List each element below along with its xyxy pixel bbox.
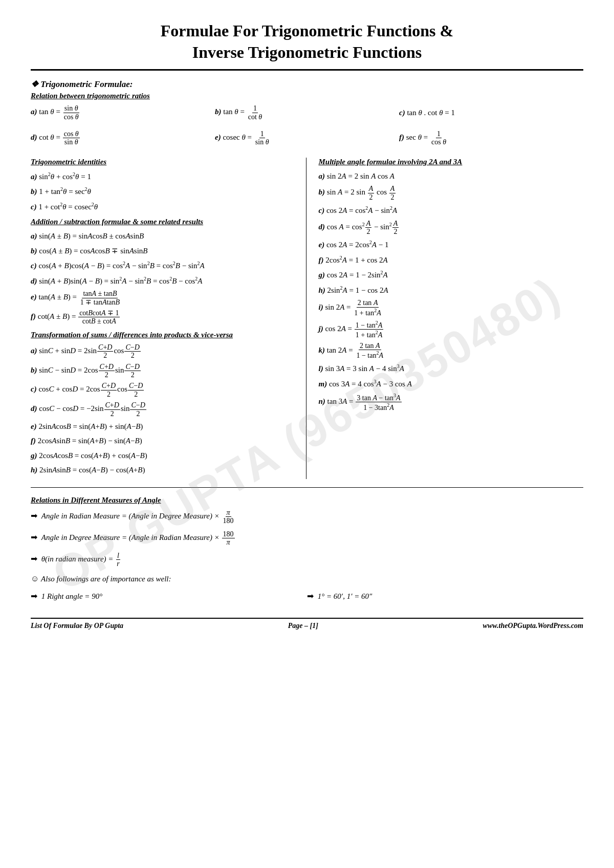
trans-e: e) 2sinAcosB = sin(A+B) + sin(A−B) <box>31 421 296 432</box>
rel-right-angle: ➡ 1 Right angle = 90° <box>31 590 307 602</box>
add-a: a) sin(A ± B) = sinAcosB ± cosAsinB <box>31 230 296 242</box>
right-column: Multiple angle formulae involving 2A and… <box>306 158 584 479</box>
addition-sub: Addition / subtraction formulae & some r… <box>31 218 296 226</box>
formula-d-cot: d) cot θ = cos θsin θ <box>31 130 215 146</box>
page-title: Formulae For Trigonometric Functions & I… <box>31 20 583 63</box>
multi-n: n) tan 3A = 3 tan A − tan3A1 − 3tan2A <box>319 393 584 411</box>
identity-b: b) 1 + tan2θ = sec2θ <box>31 185 296 198</box>
add-c: c) cos(A + B)cos(A − B) = cos2A − sin2B … <box>31 259 296 272</box>
formula-c-tan: c) tan θ . cot θ = 1 <box>399 107 583 119</box>
trig-formulae-header: ❖ Trigonometric Formulae: <box>31 79 583 90</box>
relations-section: Relations in Different Measures of Angle… <box>31 496 583 605</box>
trans-d: d) cosC − cosD = −2sinC+D2sinC−D2 <box>31 401 296 418</box>
page-footer: List Of Formulae By OP Gupta Page – [1] … <box>31 618 583 630</box>
transform-sub: Transformation of sums / differences int… <box>31 331 296 339</box>
multi-k: k) tan 2A = 2 tan A1 − tan2A <box>319 342 584 359</box>
footer-center: Page – [1] <box>288 622 318 630</box>
add-d: d) sin(A + B)sin(A − B) = sin2A − sin2B … <box>31 275 296 287</box>
title-divider <box>31 69 583 71</box>
multi-b: b) sin A = 2 sin A2 cos A2 <box>319 185 584 201</box>
rel-c: ➡ θ(in radian measure) = lr <box>31 552 583 568</box>
formula-b-tan: b) tan θ = 1cot θ <box>215 104 399 121</box>
rel-bottom-row: ➡ 1 Right angle = 90° ➡ 1° = 60′, 1′ = 6… <box>31 590 583 605</box>
trig-identities-header: Trigonometric identities <box>31 158 296 166</box>
multi-l: l) sin 3A = 3 sin A − 4 sin3A <box>319 362 584 375</box>
add-e: e) tan(A ± B) = tanA ± tanB1 ∓ tanAtanB <box>31 290 296 306</box>
identity-a: a) sin2θ + cos2θ = 1 <box>31 170 296 183</box>
rel-a: ➡ Angle in Radian Measure = (Angle in De… <box>31 509 583 525</box>
formula-a-tan: a) tan θ = sin θcos θ <box>31 104 215 121</box>
multi-f: f) 2cos2A = 1 + cos 2A <box>319 254 584 266</box>
rel-b: ➡ Angle in Degree Measure = (Angle in Ra… <box>31 530 583 547</box>
left-column: Trigonometric identities a) sin2θ + cos2… <box>31 158 306 479</box>
multi-g: g) cos 2A = 1 − 2sin2A <box>319 269 584 281</box>
multi-d: d) cos A = cos2A2 − sin2A2 <box>319 220 584 236</box>
trans-g: g) 2cosAcosB = cos(A+B) + cos(A−B) <box>31 450 296 462</box>
trans-a: a) sinC + sinD = 2sinC+D2cosC−D2 <box>31 343 296 360</box>
trans-b: b) sinC − sinD = 2cosC+D2sinC−D2 <box>31 363 296 379</box>
formula-e-cosec: e) cosec θ = 1sin θ <box>215 130 399 146</box>
multi-i: i) sin 2A = 2 tan A1 + tan2A <box>319 299 584 316</box>
trans-f: f) 2cosAsinB = sin(A+B) − sin(A−B) <box>31 435 296 447</box>
multi-h: h) 2sin2A = 1 − cos 2A <box>319 284 584 296</box>
trans-c: c) cosC + cosD = 2cosC+D2cosC−D2 <box>31 382 296 398</box>
rel-degree: ➡ 1° = 60′, 1′ = 60″ <box>307 590 583 602</box>
identity-c: c) 1 + cot2θ = cosec2θ <box>31 201 296 213</box>
trans-h: h) 2sinAsinB = cos(A−B) − cos(A+B) <box>31 464 296 476</box>
multi-e: e) cos 2A = 2cos2A − 1 <box>319 238 584 251</box>
add-b: b) cos(A ± B) = cosAcosB ∓ sinAsinB <box>31 245 296 257</box>
multi-m: m) cos 3A = 4 cos3A − 3 cos A <box>319 378 584 390</box>
multi-j: j) cos 2A = 1 − tan2A1 + tan2A <box>319 320 584 339</box>
relations-header: Relations in Different Measures of Angle <box>31 496 583 505</box>
footer-left: List Of Formulae By OP Gupta <box>31 622 123 630</box>
multi-a: a) sin 2A = 2 sin A cos A <box>319 170 584 182</box>
section-divider <box>31 487 583 488</box>
formula-f-sec: f) sec θ = 1cos θ <box>399 130 583 146</box>
multiple-angle-header: Multiple angle formulae involving 2A and… <box>319 158 584 166</box>
relation-sub: Relation between trigonometric ratios <box>31 92 583 100</box>
rel-d-note: ☺ Also followings are of importance as w… <box>31 573 583 585</box>
multi-c: c) cos 2A = cos2A − sin2A <box>319 204 584 216</box>
add-f: f) cot(A ± B) = cotBcotA ∓ 1cotB ± cotA <box>31 309 296 326</box>
footer-right: www.theOPGupta.WordPress.com <box>483 622 583 630</box>
